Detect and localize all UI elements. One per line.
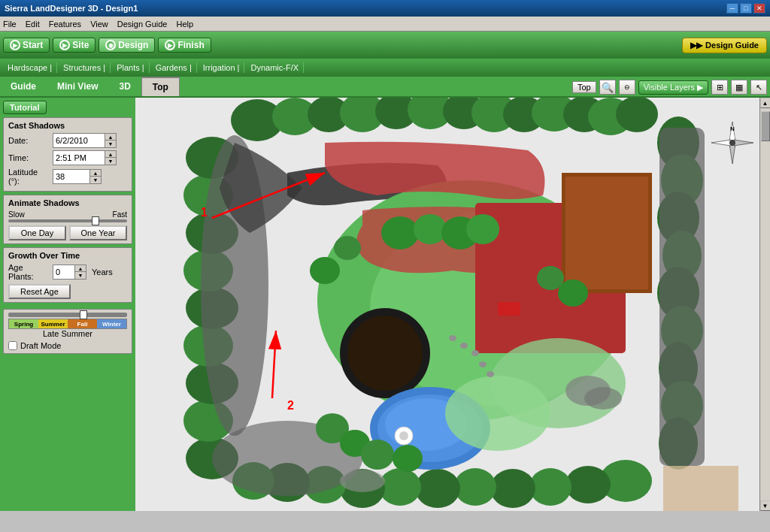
time-label: Time:	[8, 153, 50, 162]
irrigation-menu[interactable]: Irrigation |	[199, 62, 245, 73]
reset-age-row: Reset Age	[8, 284, 127, 299]
minimize-button[interactable]: ─	[726, 3, 738, 14]
menu-features[interactable]: Features	[49, 20, 81, 29]
menu-file[interactable]: File	[3, 20, 17, 29]
main-content: Tutorial Cast Shadows Date: ▲ ▼ Time:	[0, 98, 770, 511]
time-down-button[interactable]: ▼	[105, 158, 116, 165]
date-up-button[interactable]: ▲	[105, 134, 116, 141]
zoom-out-button[interactable]: ⊖	[619, 80, 635, 95]
svg-point-59	[414, 214, 447, 244]
svg-point-28	[415, 469, 460, 508]
one-year-button[interactable]: One Year	[69, 225, 127, 240]
svg-point-69	[393, 445, 423, 472]
vertical-scrollbar[interactable]: ▲ ▼	[759, 98, 770, 511]
finish-icon: ▶	[165, 40, 175, 50]
design-guide-button[interactable]: ▶▶ Design Guide	[682, 38, 767, 53]
speed-slider-track[interactable]	[8, 219, 127, 222]
grid-icon-button[interactable]: ▦	[731, 80, 747, 95]
finish-button[interactable]: ▶ Finish	[158, 38, 211, 53]
season-slider-track[interactable]	[8, 313, 127, 317]
spring-segment: Spring	[9, 319, 38, 328]
draft-mode-checkbox[interactable]	[8, 341, 17, 350]
garden-view	[135, 98, 770, 511]
svg-point-73	[479, 361, 487, 367]
menu-bar: File Edit Features View Design Guide Hel…	[0, 17, 770, 32]
speed-slider-thumb[interactable]	[92, 216, 99, 225]
window-controls[interactable]: ─ □ ✕	[726, 3, 765, 14]
svg-point-70	[449, 335, 456, 341]
draft-mode-row: Draft Mode	[8, 341, 127, 350]
svg-point-68	[361, 440, 394, 470]
time-up-button[interactable]: ▲	[105, 151, 116, 158]
top-view-button[interactable]: Top	[572, 81, 596, 93]
site-icon: ▶	[59, 40, 70, 50]
layer-icon-button[interactable]: ⊞	[711, 80, 728, 95]
svg-text:N: N	[730, 125, 735, 132]
tab-3d[interactable]: 3D	[108, 77, 141, 96]
view-tabs: Guide Mini View 3D Top Top 🔍 ⊖ Visible L…	[0, 77, 770, 98]
age-spinner[interactable]: ▲ ▼	[53, 264, 86, 280]
menu-design-guide[interactable]: Design Guide	[117, 20, 168, 29]
season-color-track: Spring Summer Fall Winter	[8, 319, 127, 329]
season-slider-thumb[interactable]	[80, 310, 87, 319]
garden-canvas[interactable]: N 1 2 ▲ ▼	[135, 98, 770, 511]
scroll-down-button[interactable]: ▼	[760, 500, 771, 511]
cast-shadows-title: Cast Shadows	[8, 121, 127, 130]
date-input[interactable]	[53, 133, 105, 148]
time-spinner[interactable]: ▲ ▼	[53, 150, 117, 165]
tab-mini-view[interactable]: Mini View	[47, 77, 108, 96]
menu-help[interactable]: Help	[176, 20, 193, 29]
age-input[interactable]	[53, 264, 75, 280]
date-down-button[interactable]: ▼	[105, 141, 116, 147]
tab-top[interactable]: Top	[141, 77, 180, 96]
latitude-down-button[interactable]: ▼	[90, 177, 101, 183]
design-icon: ◉	[105, 40, 116, 50]
one-day-button[interactable]: One Day	[8, 225, 66, 240]
svg-point-52	[347, 316, 423, 391]
menu-edit[interactable]: Edit	[26, 20, 40, 29]
design-guide-arrow-icon: ▶▶	[690, 41, 702, 50]
start-button[interactable]: ▶ Start	[3, 38, 50, 53]
scroll-up-button[interactable]: ▲	[760, 98, 771, 108]
svg-point-80	[399, 431, 408, 440]
start-icon: ▶	[10, 40, 20, 50]
plants-menu[interactable]: Plants |	[112, 62, 150, 73]
close-button[interactable]: ✕	[753, 3, 765, 14]
menu-view[interactable]: View	[90, 20, 108, 29]
zoom-in-button[interactable]: 🔍	[599, 80, 616, 95]
latitude-up-button[interactable]: ▲	[90, 170, 101, 177]
latitude-spinner[interactable]: ▲ ▼	[53, 169, 102, 184]
date-spinner[interactable]: ▲ ▼	[53, 133, 117, 148]
season-track-area[interactable]: Spring Summer Fall Winter	[8, 313, 127, 328]
view-toolbar: Top 🔍 ⊖ Visible Layers ▶ ⊞ ▦ ↖	[569, 77, 770, 98]
cursor-icon-button[interactable]: ↖	[750, 80, 767, 95]
svg-point-27	[454, 468, 496, 506]
gardens-menu[interactable]: Gardens |	[151, 62, 197, 73]
dynamic-fx-menu[interactable]: Dynamic-F/X	[246, 62, 304, 73]
summer-segment: Summer	[38, 319, 68, 328]
age-down-button[interactable]: ▼	[75, 272, 86, 279]
age-up-button[interactable]: ▲	[75, 265, 86, 272]
svg-point-25	[529, 468, 571, 506]
site-button[interactable]: ▶ Site	[53, 38, 95, 53]
svg-point-87	[729, 140, 735, 146]
tab-guide[interactable]: Guide	[0, 77, 47, 96]
svg-point-24	[565, 466, 611, 503]
latitude-input[interactable]	[53, 169, 90, 184]
maximize-button[interactable]: □	[740, 3, 752, 14]
visible-layers-button[interactable]: Visible Layers ▶	[638, 80, 708, 95]
design-button[interactable]: ◉ Design	[99, 38, 155, 53]
growth-title: Growth Over Time	[8, 251, 127, 260]
scroll-thumb[interactable]	[761, 111, 770, 141]
animate-shadows-section: Animate Shadows Slow Fast One Day One Ye…	[3, 195, 132, 244]
reset-age-button[interactable]: Reset Age	[8, 284, 71, 299]
tutorial-button[interactable]: Tutorial	[3, 101, 47, 114]
svg-point-13	[616, 98, 658, 132]
svg-rect-81	[663, 466, 738, 511]
svg-point-62	[334, 236, 361, 260]
latitude-row: Latitude (°): ▲ ▼	[8, 168, 127, 186]
category-toolbar: Hardscape | Structures | Plants | Garden…	[0, 59, 770, 77]
structures-menu[interactable]: Structures |	[59, 62, 111, 73]
time-input[interactable]	[53, 150, 105, 165]
hardscape-menu[interactable]: Hardscape |	[3, 62, 57, 73]
